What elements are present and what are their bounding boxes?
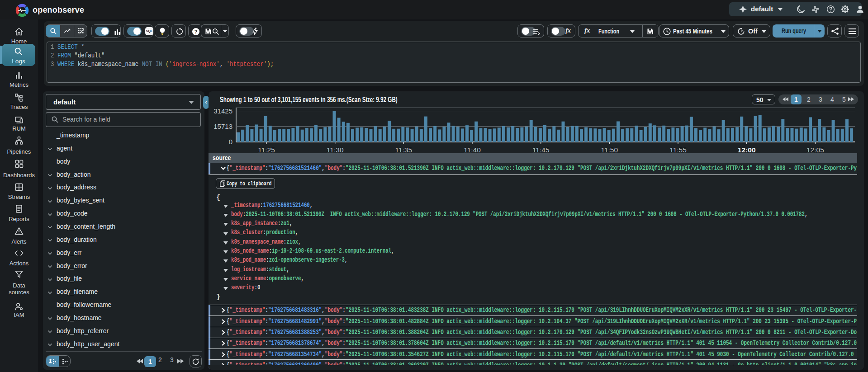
svg-text:11:35: 11:35 <box>395 146 412 154</box>
svg-text:11:45: 11:45 <box>532 146 550 154</box>
svg-text:31425: 31425 <box>213 107 232 115</box>
svg-text:12:05: 12:05 <box>806 146 824 154</box>
svg-text:11:25: 11:25 <box>258 146 275 154</box>
svg-text:?: ? <box>194 29 198 34</box>
svg-text:11:50: 11:50 <box>601 146 618 154</box>
svg-text:11:40: 11:40 <box>464 146 481 154</box>
svg-text:11:30: 11:30 <box>327 146 344 154</box>
svg-text:0: 0 <box>229 138 232 146</box>
svg-text:15713: 15713 <box>213 122 232 130</box>
svg-text:11:55: 11:55 <box>669 146 687 154</box>
svg-text:12:00: 12:00 <box>738 146 756 154</box>
